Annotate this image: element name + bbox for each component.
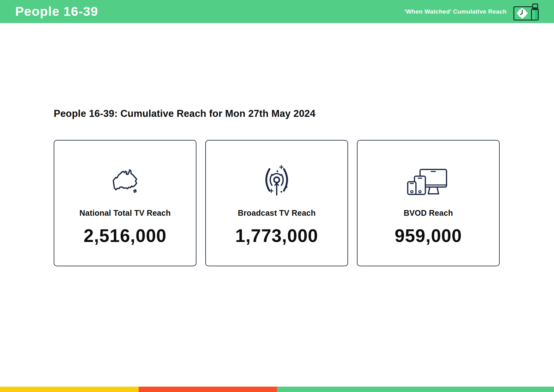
- card-bvod-reach: BVOD Reach 959,000: [357, 140, 500, 266]
- card-label: Broadcast TV Reach: [238, 208, 316, 218]
- card-value: 2,516,000: [84, 225, 167, 246]
- metric-cards-row: National Total TV Reach 2,516,000: [54, 140, 500, 266]
- screens-devices-icon: [406, 161, 450, 201]
- card-broadcast-tv-reach: Broadcast TV Reach 1,773,000: [205, 140, 348, 266]
- main-content: People 16-39: Cumulative Reach for Mon 2…: [0, 108, 554, 266]
- card-value: 959,000: [394, 225, 462, 246]
- footer-color-stripe: [0, 387, 554, 392]
- page-title: People 16-39: [15, 0, 98, 23]
- section-title: People 16-39: Cumulative Reach for Mon 2…: [54, 108, 500, 120]
- header-bar: People 16-39 ‘When Watched’ Cumulative R…: [0, 0, 554, 23]
- card-label: National Total TV Reach: [80, 208, 171, 218]
- footer-stripe-segment: [139, 387, 277, 392]
- header-right-group: ‘When Watched’ Cumulative Reach: [404, 2, 541, 21]
- australia-map-icon: [109, 161, 142, 201]
- card-value: 1,773,000: [235, 225, 318, 246]
- footer-stripe-segment: [277, 387, 554, 392]
- card-label: BVOD Reach: [404, 208, 453, 218]
- broadcast-antenna-icon: [259, 161, 295, 201]
- card-national-total-tv-reach: National Total TV Reach 2,516,000: [54, 140, 196, 266]
- header-subtitle: ‘When Watched’ Cumulative Reach: [404, 8, 507, 15]
- footer-stripe-segment: [0, 387, 139, 392]
- clock-device-icon: [513, 2, 541, 21]
